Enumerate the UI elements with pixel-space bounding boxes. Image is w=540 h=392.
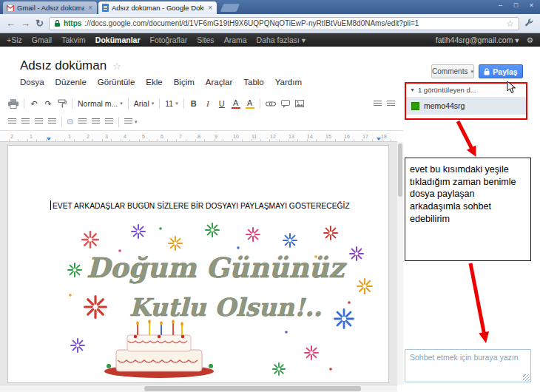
tab-close-icon[interactable]: ×	[207, 4, 213, 12]
print-icon[interactable]	[8, 99, 18, 109]
gear-icon[interactable]: ⚙	[527, 36, 533, 44]
insert-comment-icon[interactable]	[281, 100, 290, 108]
viewers-header[interactable]: ▼ 1 görüntüleyen d...	[406, 84, 526, 96]
text-cursor	[50, 200, 51, 210]
menu-file[interactable]: Dosya	[20, 78, 44, 87]
bold-button[interactable]: B	[189, 100, 198, 108]
horizontal-scrollbar	[0, 385, 397, 392]
gbar-item-calendar[interactable]: Takvim	[61, 36, 86, 44]
tab-strip: Gmail - Adsız doküman (fatih4 × Adsız do…	[0, 0, 540, 14]
align-left-button[interactable]	[67, 119, 73, 124]
wrench-menu-icon[interactable]	[524, 18, 534, 28]
gbar-item-search[interactable]: Arama	[224, 36, 247, 44]
viewer-name: memo44srg	[424, 101, 465, 110]
document-page[interactable]: EVET ARKADAŞLAR BUGÜN SİZLERE BİR DOSYAY…	[7, 145, 389, 383]
right-margin-marker[interactable]	[377, 138, 381, 141]
vertical-scrollbar-thumb[interactable]	[398, 143, 402, 197]
back-button[interactable]: ←	[6, 18, 16, 28]
close-window-button[interactable]: ×	[527, 1, 536, 10]
numbered-list-icon[interactable]	[374, 101, 382, 107]
redo-icon[interactable]: ↷	[44, 100, 53, 108]
address-bar[interactable]: https ://docs.google.com/document/d/1VF6…	[49, 17, 519, 30]
tab-gmail[interactable]: Gmail - Adsız doküman (fatih4 ×	[3, 1, 97, 14]
browser-window: Gmail - Adsız doküman (fatih4 × Adsız do…	[0, 0, 540, 392]
document-title[interactable]: Adsız doküman	[20, 58, 107, 73]
tab-docs-active[interactable]: Adsız doküman - Google Dokü ×	[98, 1, 217, 14]
birthday-image[interactable]: Doğum Gününüz Kutlu Olsun!..	[57, 221, 377, 379]
annotation-arrow-1	[453, 119, 481, 159]
indent-decrease-icon[interactable]	[35, 118, 43, 125]
gbar-item-documents[interactable]: Dokümanlar	[95, 36, 141, 44]
indent-increase-icon[interactable]	[48, 118, 56, 125]
list-style-icon[interactable]	[8, 118, 16, 125]
underline-button[interactable]: U	[217, 100, 226, 108]
https-lock-icon[interactable]	[54, 19, 61, 27]
align-right-icon[interactable]	[92, 118, 100, 125]
browser-toolbar: ← → ↻ https ://docs.google.com/document/…	[0, 14, 540, 33]
ruler: 2 1 1 2 3 4 5 6 7 8 9 10 11 12 13 14 15 …	[0, 132, 397, 142]
menu-tools[interactable]: Araçlar	[206, 78, 232, 87]
new-tab-button[interactable]	[220, 4, 240, 12]
tab-title: Gmail - Adsız doküman (fatih4	[17, 4, 84, 12]
reload-button[interactable]: ↻	[36, 18, 44, 28]
url-text: ://docs.google.com/document/d/1VF6mG19tH…	[84, 19, 503, 27]
insert-image-icon[interactable]	[295, 100, 304, 107]
line-spacing-dropdown[interactable]: ▾	[124, 118, 138, 125]
birthday-text-line2: Kutlu Olsun!..	[129, 293, 323, 322]
italic-button[interactable]: I	[203, 100, 212, 108]
undo-icon[interactable]: ↶	[30, 100, 38, 108]
menu-format[interactable]: Biçim	[174, 78, 195, 87]
gbar-item-sites[interactable]: Sites	[197, 36, 214, 44]
paragraph-style-dropdown[interactable]: Normal m...▾	[78, 99, 123, 108]
paint-format-icon[interactable]	[58, 99, 67, 108]
viewer-row[interactable]: memo44srg	[406, 97, 526, 115]
forward-button[interactable]: →	[21, 18, 30, 28]
document-text[interactable]: EVET ARKADAŞLAR BUGÜN SİZLERE BİR DOSYAY…	[53, 202, 382, 210]
toolbar-row-2: ▾	[0, 113, 403, 130]
align-justify-icon[interactable]	[105, 118, 113, 125]
chat-input[interactable]	[410, 353, 526, 379]
bullet-list-icon[interactable]	[387, 101, 395, 107]
insert-link-icon[interactable]	[266, 101, 276, 107]
menu-view[interactable]: Görüntüle	[98, 78, 135, 87]
menu-bar: Dosya Düzenle Görüntüle Ekle Biçim Araçl…	[20, 78, 302, 87]
resize-grip-icon[interactable]	[523, 374, 530, 381]
menu-insert[interactable]: Ekle	[146, 78, 162, 87]
vertical-scrollbar	[397, 142, 403, 385]
gbar-item-more[interactable]: Daha fazlası ▾	[257, 36, 306, 44]
annotation-arrow-2	[465, 263, 491, 345]
birthday-text-line1: Doğum Gününüz	[87, 251, 348, 284]
menu-help[interactable]: Yardım	[275, 78, 302, 87]
maximize-button[interactable]: □	[511, 1, 521, 10]
font-dropdown[interactable]: Arial▾	[134, 99, 155, 108]
comments-button[interactable]: Comments▾	[431, 64, 474, 78]
gbar-item-photos[interactable]: Fotoğraflar	[150, 36, 188, 44]
toolbar-row-1: ↶ ↷ Normal m...▾ Arial▾ 11▾ B I U A A	[0, 94, 403, 113]
account-email[interactable]: fatih44srg@gmail.com ▾	[436, 36, 519, 44]
url-scheme: https	[64, 19, 81, 27]
align-center-icon[interactable]	[78, 118, 87, 125]
font-size-dropdown[interactable]: 11▾	[165, 99, 178, 108]
docs-favicon-icon	[102, 4, 109, 12]
checklist-icon[interactable]	[21, 118, 30, 125]
minimize-button[interactable]: –	[496, 1, 505, 10]
gbar-item-gmail[interactable]: Gmail	[32, 36, 52, 44]
left-margin-marker[interactable]	[47, 138, 51, 141]
horizontal-scrollbar-thumb[interactable]	[144, 386, 361, 391]
menu-edit[interactable]: Düzenle	[55, 78, 87, 87]
chat-input-box[interactable]	[405, 349, 531, 382]
favorite-star-icon[interactable]: ☆	[112, 61, 121, 72]
bookmark-star-icon[interactable]: ☆	[506, 18, 514, 29]
gbar-item-plus-you[interactable]: +Siz	[7, 36, 22, 44]
editor-area: EVET ARKADAŞLAR BUGÜN SİZLERE BİR DOSYAY…	[0, 142, 397, 385]
cake-illustration	[104, 320, 214, 378]
tab-title: Adsız doküman - Google Dokü	[112, 4, 204, 12]
window-controls: – □ ×	[496, 1, 536, 10]
highlight-color-button[interactable]: A	[246, 99, 254, 109]
gmail-favicon-icon	[7, 5, 14, 11]
text-color-button[interactable]: A	[232, 99, 240, 109]
viewer-presence-icon[interactable]	[411, 102, 419, 110]
menu-table[interactable]: Tablo	[243, 78, 264, 87]
share-button[interactable]: Paylaş	[479, 64, 523, 78]
tab-close-icon[interactable]: ×	[87, 4, 93, 12]
